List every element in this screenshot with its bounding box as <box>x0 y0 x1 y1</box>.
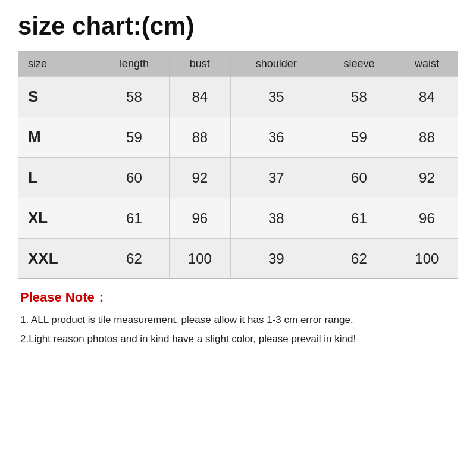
cell-length: 59 <box>99 117 170 158</box>
cell-sleeve: 58 <box>322 77 396 117</box>
note-item: 1. ALL product is tile measurement, plea… <box>20 312 456 328</box>
cell-bust: 100 <box>170 239 230 279</box>
cell-length: 61 <box>99 198 170 239</box>
page-container: size chart:(cm) sizelengthbustshouldersl… <box>0 0 476 476</box>
cell-bust: 84 <box>170 77 230 117</box>
table-row: M5988365988 <box>18 117 458 158</box>
table-row: XXL621003962100 <box>18 239 458 279</box>
cell-size: XXL <box>18 239 99 279</box>
size-chart-table: sizelengthbustshouldersleevewaist S58843… <box>18 51 458 279</box>
col-header-size: size <box>18 52 99 77</box>
cell-bust: 92 <box>170 158 230 198</box>
cell-bust: 96 <box>170 198 230 239</box>
please-note-heading: Please Note： <box>20 289 456 306</box>
cell-size: M <box>18 117 99 158</box>
cell-size: L <box>18 158 99 198</box>
cell-length: 60 <box>99 158 170 198</box>
col-header-shoulder: shoulder <box>230 52 322 77</box>
col-header-bust: bust <box>170 52 230 77</box>
cell-sleeve: 62 <box>322 239 396 279</box>
cell-waist: 92 <box>396 158 458 198</box>
cell-sleeve: 60 <box>322 158 396 198</box>
cell-shoulder: 35 <box>230 77 322 117</box>
cell-waist: 96 <box>396 198 458 239</box>
cell-length: 62 <box>99 239 170 279</box>
page-title: size chart:(cm) <box>18 12 458 40</box>
table-header-row: sizelengthbustshouldersleevewaist <box>18 52 458 77</box>
table-row: L6092376092 <box>18 158 458 198</box>
cell-length: 58 <box>99 77 170 117</box>
col-header-sleeve: sleeve <box>322 52 396 77</box>
cell-shoulder: 39 <box>230 239 322 279</box>
cell-sleeve: 59 <box>322 117 396 158</box>
col-header-waist: waist <box>396 52 458 77</box>
cell-sleeve: 61 <box>322 198 396 239</box>
note-item: 2.Light reason photos and in kind have a… <box>20 331 456 347</box>
table-row: S5884355884 <box>18 77 458 117</box>
cell-waist: 88 <box>396 117 458 158</box>
cell-waist: 84 <box>396 77 458 117</box>
cell-shoulder: 37 <box>230 158 322 198</box>
cell-bust: 88 <box>170 117 230 158</box>
table-row: XL6196386196 <box>18 198 458 239</box>
cell-size: XL <box>18 198 99 239</box>
cell-shoulder: 38 <box>230 198 322 239</box>
cell-shoulder: 36 <box>230 117 322 158</box>
cell-waist: 100 <box>396 239 458 279</box>
notes-section: Please Note： 1. ALL product is tile meas… <box>18 289 458 346</box>
col-header-length: length <box>99 52 170 77</box>
cell-size: S <box>18 77 99 117</box>
